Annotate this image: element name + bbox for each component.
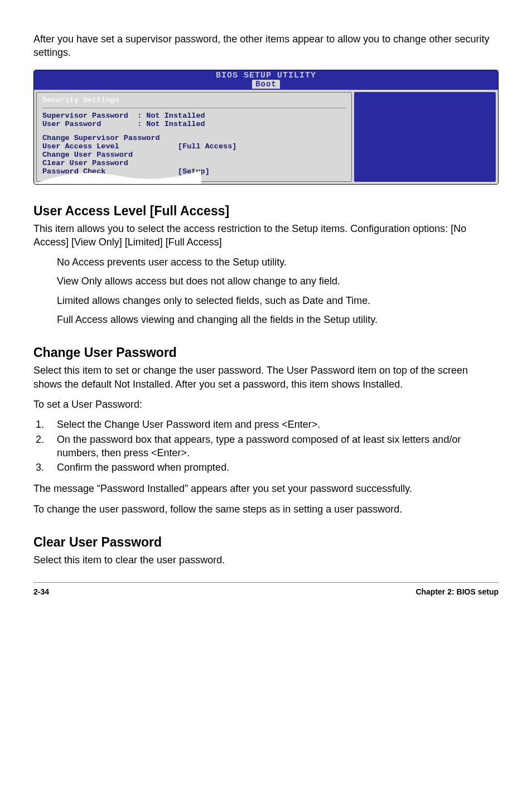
bios-change-sup: Change Supervisor Password [42, 134, 346, 142]
clup-desc: Select this item to clear the user passw… [33, 553, 499, 567]
bios-title-text: BIOS SETUP UTILITY [216, 71, 316, 80]
cup-change: To change the user password, follow the … [33, 503, 499, 516]
footer-chapter: Chapter 2: BIOS setup [415, 587, 499, 596]
bios-password-check: Password Check [Setup] [42, 167, 346, 176]
intro-text: After you have set a supervisor password… [33, 32, 499, 60]
cup-step-2: On the password box that appears, type a… [47, 433, 499, 460]
bios-change-user: Change User Password [42, 151, 346, 159]
bios-clear-user: Clear User Password [42, 159, 346, 167]
page-footer: 2-34 Chapter 2: BIOS setup [33, 582, 499, 596]
bios-screenshot: BIOS SETUP UTILITY Boot Security Setting… [33, 70, 499, 185]
cup-steps: Select the Change User Password item and… [33, 418, 499, 474]
cup-heading: Change User Password [33, 345, 499, 360]
ual-full-access: Full Access allows viewing and changing … [57, 313, 499, 326]
bios-user-password: User Password : Not Installed [42, 120, 346, 128]
bios-user-access: User Access Level [Full Access] [42, 142, 346, 151]
bios-help-panel [354, 92, 496, 182]
cup-success: The message “Password Installed” appears… [33, 482, 499, 495]
bios-main-panel: Security Settings Supervisor Password : … [36, 92, 352, 182]
footer-page-number: 2-34 [33, 587, 49, 596]
bios-sup-password: Supervisor Password : Not Installed [42, 112, 346, 120]
ual-heading: User Access Level [Full Access] [33, 204, 499, 219]
ual-desc: This item allows you to select the acces… [33, 222, 499, 249]
ual-limited: Limited allows changes only to selected … [57, 294, 499, 307]
cup-step-1: Select the Change User Password item and… [47, 418, 499, 431]
cup-step-3: Confirm the password when prompted. [47, 461, 499, 474]
ual-view-only: View Only allows access but does not all… [57, 274, 499, 288]
cup-toset: To set a User Password: [33, 398, 499, 411]
cup-desc: Select this item to set or change the us… [33, 364, 499, 391]
bios-tab: Boot [252, 80, 280, 89]
clup-heading: Clear User Password [33, 535, 499, 550]
bios-section-title: Security Settings [42, 96, 346, 104]
ual-no-access: No Access prevents user access to the Se… [57, 255, 499, 269]
bios-title-bar: BIOS SETUP UTILITY Boot [34, 70, 498, 90]
